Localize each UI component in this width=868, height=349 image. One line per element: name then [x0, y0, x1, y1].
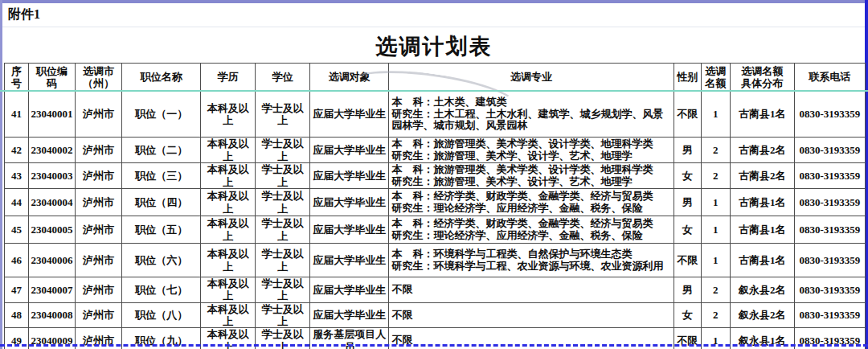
table-row: 4223040002泸州市职位（二）本科及以上学士及以上应届大学毕业生本 科：旅… [5, 138, 866, 163]
cell-gender: 不限 [674, 244, 701, 277]
cell-position: 职位（二） [122, 138, 201, 163]
plan-table: 序 号职位编 码选调市 （州）职位名称学历学位选调对象选调专业性别选调 名额选调… [4, 63, 866, 349]
table-row: 4523040005泸州市职位（五）本科及以上学士及以上应届大学毕业生本 科：经… [5, 216, 866, 244]
column-header: 职位名称 [122, 64, 201, 92]
cell-code: 23040001 [29, 92, 76, 138]
cell-major: 本 科：经济学类、财政学类、金融学类、经济与贸易类 研究生：理论经济学、应用经济… [389, 216, 674, 244]
cell-quota: 2 [701, 163, 730, 189]
column-header: 选调专业 [389, 64, 674, 92]
cell-education: 本科及以上 [201, 163, 256, 189]
cell-code: 23040004 [29, 189, 76, 216]
cell-distribution: 古蔺县1名 [730, 92, 794, 138]
cell-code: 23040003 [29, 163, 76, 189]
cell-city: 泸州市 [76, 138, 122, 163]
cell-position: 职位（一） [122, 92, 201, 138]
cell-distribution: 叙永县2名 [730, 302, 794, 328]
column-header: 职位编 码 [29, 64, 76, 92]
cell-education: 本科及以上 [201, 189, 256, 216]
cell-position: 职位（八） [122, 302, 201, 328]
cell-position: 职位（六） [122, 244, 201, 277]
cell-degree: 学士及以上 [256, 277, 310, 303]
cell-target: 应届大学毕业生 [310, 163, 389, 189]
cell-seq: 45 [5, 216, 29, 244]
cell-distribution: 古蔺县1名 [730, 189, 794, 216]
cell-education: 本科及以上 [201, 244, 256, 277]
cell-phone: 0830-3193359 [794, 277, 865, 303]
cell-phone: 0830-3193359 [794, 92, 865, 138]
cell-degree: 学士及以上 [256, 92, 310, 138]
table-row: 4723040007泸州市职位（七）本科及以上学士及以上应届大学毕业生不限男2叙… [5, 277, 866, 303]
cell-seq: 46 [5, 244, 29, 277]
cell-seq: 44 [5, 189, 29, 216]
cell-gender: 女 [674, 163, 701, 189]
cell-major: 本 科：经济学类、财政学类、金融学类、经济与贸易类 研究生：理论经济学、应用经济… [389, 189, 674, 216]
cell-major: 不限 [389, 277, 674, 303]
cell-distribution: 古蔺县2名 [730, 163, 794, 189]
cell-city: 泸州市 [76, 277, 122, 303]
cell-phone: 0830-3193359 [794, 189, 865, 216]
cell-phone: 0830-3193359 [794, 244, 865, 277]
column-header: 序 号 [5, 64, 29, 92]
table-row: 4423040004泸州市职位（四）本科及以上学士及以上应届大学毕业生本 科：经… [5, 189, 866, 216]
column-header: 学位 [256, 64, 310, 92]
cell-major: 本 科：土木类、建筑类 研究生：土木工程、土木水利、建筑学、城乡规划学、风景园林… [389, 92, 674, 138]
cell-major: 本 科：环境科学与工程类、自然保护与环境生态类 研究生：环境科学与工程、农业资源… [389, 244, 674, 277]
cell-target: 应届大学毕业生 [310, 138, 389, 163]
cell-gender: 男 [674, 189, 701, 216]
cell-seq: 47 [5, 277, 29, 303]
cell-position: 职位（五） [122, 216, 201, 244]
cell-target: 应届大学毕业生 [310, 277, 389, 303]
column-header: 选调 名额 [701, 64, 730, 92]
cell-quota: 1 [701, 216, 730, 244]
cell-target: 应届大学毕业生 [310, 302, 389, 328]
cell-quota: 2 [701, 277, 730, 303]
cell-position: 职位（四） [122, 189, 201, 216]
table-row: 4823040008泸州市职位（八）本科及以上学士及以上应届大学毕业生不限女2叙… [5, 302, 866, 328]
cell-position: 职位（三） [122, 163, 201, 189]
cell-seq: 42 [5, 138, 29, 163]
cell-quota: 1 [701, 189, 730, 216]
cell-code: 23040006 [29, 244, 76, 277]
cell-gender: 不限 [674, 92, 701, 138]
column-header: 选调市 （州） [76, 64, 122, 92]
cell-seq: 43 [5, 163, 29, 189]
header-row: 序 号职位编 码选调市 （州）职位名称学历学位选调对象选调专业性别选调 名额选调… [5, 64, 866, 92]
cell-code: 23040007 [29, 277, 76, 303]
cell-degree: 学士及以上 [256, 163, 310, 189]
cell-seq: 41 [5, 92, 29, 138]
cell-distribution: 古蔺县1名 [730, 244, 794, 277]
attachment-label: 附件1 [8, 6, 40, 23]
cell-gender: 女 [674, 216, 701, 244]
cell-distribution: 叙永县2名 [730, 277, 794, 303]
cell-code: 23040002 [29, 138, 76, 163]
cell-phone: 0830-3193359 [794, 138, 865, 163]
cell-target: 应届大学毕业生 [310, 216, 389, 244]
cell-education: 本科及以上 [201, 302, 256, 328]
spreadsheet-view: 附件1 选调计划表 序 号职位编 码选调市 （州）职位名称学历学位选调对象选调专… [0, 0, 868, 349]
cell-gender: 男 [674, 138, 701, 163]
cell-education: 本科及以上 [201, 138, 256, 163]
teal-gridline-artifact [0, 90, 868, 92]
cell-code: 23040005 [29, 216, 76, 244]
column-header: 选调名额 具体分布 [730, 64, 794, 92]
column-header: 性别 [674, 64, 701, 92]
cell-education: 本科及以上 [201, 216, 256, 244]
cell-target: 应届大学毕业生 [310, 189, 389, 216]
cell-education: 本科及以上 [201, 277, 256, 303]
table-row: 4123040001泸州市职位（一）本科及以上学士及以上应届大学毕业生本 科：土… [5, 92, 866, 138]
column-header: 学历 [201, 64, 256, 92]
cell-phone: 0830-3193359 [794, 302, 865, 328]
cell-city: 泸州市 [76, 189, 122, 216]
column-header: 联系电话 [794, 64, 865, 92]
cell-city: 泸州市 [76, 216, 122, 244]
cell-distribution: 古蔺县1名 [730, 216, 794, 244]
cell-quota: 1 [701, 244, 730, 277]
cell-target: 应届大学毕业生 [310, 244, 389, 277]
page-break-dashed-line [0, 344, 868, 347]
cell-quota: 2 [701, 302, 730, 328]
page-title: 选调计划表 [2, 32, 866, 61]
cell-phone: 0830-3193359 [794, 163, 865, 189]
row-separator-line [2, 27, 865, 27]
cell-degree: 学士及以上 [256, 216, 310, 244]
cell-major: 本 科：旅游管理类、美术学类、设计学类、地理科学类 研究生：旅游管理、美术学、设… [389, 138, 674, 163]
